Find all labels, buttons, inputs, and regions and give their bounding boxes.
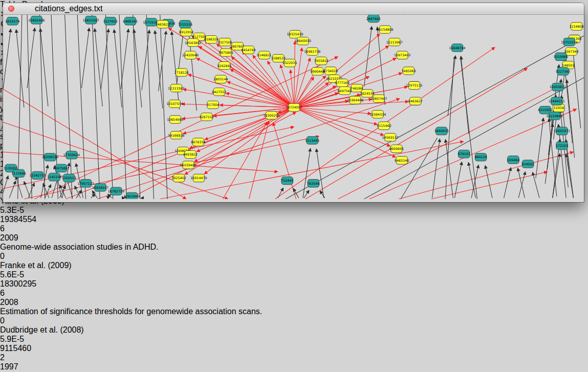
graph-node-label: 16961758: [304, 50, 320, 53]
graph-node-label: 9777169: [335, 81, 349, 84]
graph-node-label: 12093832: [550, 85, 566, 89]
graph-node-label: 15958: [554, 106, 564, 110]
graph-node-label: 8678334: [191, 140, 205, 144]
graph-node-label: 172103: [556, 144, 568, 147]
table-row[interactable]: 1938455462009Genome-wide association stu…: [0, 215, 588, 279]
graph-node-label: 16154808: [377, 28, 393, 31]
graph-node-label: 1824534: [360, 92, 375, 95]
graph-node-label: 679197: [458, 152, 470, 156]
graph-node-label: 2803144: [213, 77, 228, 81]
graph-node-label: 7625402: [171, 176, 186, 180]
graph-node-label: 1350513: [62, 176, 76, 180]
graph-node-label: 18543892: [185, 41, 201, 45]
graph-node-label: 752440: [281, 179, 293, 182]
graph-node-label: 1145194: [47, 175, 61, 179]
graph-node-label: 6466160: [123, 19, 137, 23]
graph-node-label: 12213967: [386, 40, 403, 44]
graph-node-label: 15751074: [561, 40, 577, 44]
graph-node-label: 7955812: [314, 59, 329, 62]
graph-node-label: 10654985: [167, 118, 183, 121]
graph-node-label: 9322035: [282, 61, 297, 64]
graph-node-label: 16958107: [92, 186, 108, 189]
graph-node-label: 8912954: [179, 30, 193, 34]
graph-node-label: 12444151: [549, 99, 565, 103]
graph-node-label: 12923448: [123, 194, 140, 198]
zoom-window-button[interactable]: [29, 6, 35, 12]
graph-node-label: 10807487: [371, 97, 387, 100]
graph-node-label: 9463627: [408, 99, 423, 103]
graph-node-label: 17359924: [63, 153, 80, 157]
window-titlebar[interactable]: citations_edges.txt: [3, 3, 584, 15]
graph-node-label: 148503: [562, 63, 574, 67]
graph-node-label: 9493822: [183, 152, 198, 156]
graph-node-label: 18325419: [287, 32, 303, 36]
graph-node-label: 6497568: [338, 89, 352, 93]
graph-node-label: 964120: [474, 155, 487, 159]
window-title: citations_edges.txt: [35, 4, 103, 13]
minimize-window-button[interactable]: [18, 6, 25, 12]
graph-node-label: 10973493: [394, 53, 410, 57]
table-row[interactable]: 1830029562008Estimation of significance …: [0, 279, 588, 344]
graph-node-label: 1527602: [103, 19, 118, 23]
graph-node-label: 19384554: [369, 113, 386, 116]
graph-node-label: 9242845: [217, 64, 231, 68]
graph-node-label: 16648784: [449, 46, 465, 50]
network-canvas[interactable]: 9435574206914061065328715276026466160107…: [3, 15, 584, 199]
table-row[interactable]: 911546021997Tourette syndrome. Phenomeno…: [0, 344, 588, 372]
close-window-button[interactable]: [8, 6, 14, 12]
graph-node-label: 9435574: [5, 19, 19, 23]
graph-node-label: 12213387: [168, 86, 184, 90]
graph-node-label: 924502: [521, 162, 534, 166]
graph-node-label: 10653287: [83, 18, 99, 22]
graph-node-label: 12975115: [406, 83, 423, 87]
graph-node-label: 8454749: [241, 48, 255, 52]
graph-node-label: 9146821: [257, 53, 271, 57]
network-view-frame: 9435574206914061065328715276026466160107…: [3, 15, 584, 201]
graph-node-label: 2718126: [175, 71, 189, 74]
graph-node-label: 18724007: [286, 105, 302, 109]
graph-node-label: 1115686: [12, 171, 26, 175]
graph-node-label: 917004: [207, 103, 219, 106]
graph-node-label: 9699695: [389, 147, 404, 150]
graph-node-label: 16975887: [53, 166, 69, 170]
graph-node-label: 1640935: [434, 129, 449, 133]
graph-node-label: 9267150: [200, 115, 214, 119]
graph-node-label: 109464: [507, 158, 519, 162]
graph-node-label: 20364486: [347, 98, 363, 102]
graph-node-label: 1154808: [570, 25, 584, 28]
graph-node-label: 9227343: [556, 70, 570, 73]
graph-node-label: 12342757: [29, 173, 46, 177]
graph-node-label: 18640910: [295, 39, 311, 42]
graph-node-label: 20691406: [28, 18, 45, 22]
graph-node-label: 6734028: [323, 69, 338, 73]
graph-node-label: 22420046: [182, 53, 199, 57]
graph-node-label: 9327508: [217, 40, 232, 44]
graph-node-label: 9115460: [377, 124, 391, 127]
graph-node-label: 8427552: [212, 90, 226, 94]
graph-node-label: 16914479: [190, 176, 207, 180]
application-frame: citations_edges.txt 94355742069140610653…: [0, 0, 588, 372]
graph-node-label: 8186328: [204, 37, 219, 41]
graph-node-label: 746266: [351, 86, 363, 90]
graph-node-label: 9990448: [310, 70, 324, 73]
graph-node-label: 14569117: [382, 136, 399, 139]
graph-node-label: 7485063: [401, 69, 416, 73]
graph-node-label: 16782759: [108, 189, 124, 193]
graph-node-label: 9329966: [554, 55, 568, 58]
graph-node-label: 8215955: [538, 108, 552, 112]
graph-node-label: 10107554: [166, 102, 183, 105]
network-window: citations_edges.txt 94355742069140610653…: [3, 3, 584, 202]
graph-node-label: 9465546: [395, 159, 409, 162]
graph-node-label: 1588520: [271, 56, 286, 60]
graph-node-label: 18300295: [263, 114, 279, 117]
graph-node-label: 19166826: [168, 134, 184, 137]
graph-node-label: 2887682: [366, 17, 381, 20]
graph-node-label: 1097349: [564, 50, 578, 53]
graph-node-label: 15692971: [554, 129, 570, 133]
graph-node-label: 7515526: [178, 23, 192, 26]
graph-node-label: 7463822: [156, 23, 170, 26]
graph-node-label: 16210643: [547, 114, 563, 118]
graph-node-label: 763546: [307, 182, 319, 185]
graph-node-label: 17957223: [77, 182, 94, 185]
graph-node-label: 20206536: [42, 155, 58, 159]
